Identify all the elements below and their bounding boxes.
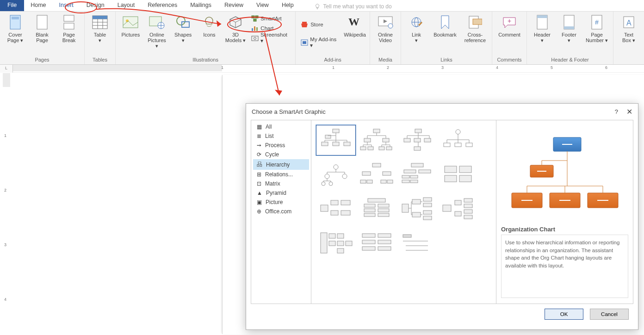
cross-reference-button[interactable]: Cross- reference bbox=[461, 13, 489, 43]
icons-button[interactable]: Icons bbox=[197, 13, 222, 37]
bookmark-button[interactable]: Bookmark bbox=[431, 13, 459, 37]
svg-marker-38 bbox=[441, 16, 449, 29]
layout-hierarchy-2[interactable] bbox=[357, 125, 396, 155]
chart-icon bbox=[251, 25, 259, 31]
my-addins-button[interactable]: My Add-ins ▾ bbox=[298, 37, 341, 47]
layout-hierarchy-8[interactable] bbox=[438, 159, 478, 190]
cancel-button[interactable]: Cancel bbox=[590, 309, 629, 320]
group-illustrations: Pictures Online Pictures ▾ Shapes ▾ Icon… bbox=[116, 12, 296, 64]
group-pages-label: Pages bbox=[35, 57, 49, 63]
ribbon: Cover Page ▾ Blank Page Page Break Pages… bbox=[0, 12, 644, 65]
cat-all[interactable]: ▦All bbox=[253, 122, 309, 131]
tab-layout[interactable]: Layout bbox=[111, 0, 142, 11]
layout-hierarchy-13[interactable] bbox=[316, 228, 356, 258]
svg-rect-23 bbox=[252, 28, 253, 31]
footer-button[interactable]: Footer ▾ bbox=[557, 13, 582, 43]
cat-hierarchy[interactable]: 品Hierarchy bbox=[253, 159, 309, 170]
tab-mailings[interactable]: Mailings bbox=[184, 0, 218, 11]
svg-rect-12 bbox=[123, 17, 138, 28]
comment-button[interactable]: + Comment bbox=[495, 13, 524, 37]
page-break-button[interactable]: Page Break bbox=[56, 13, 81, 43]
pictures-button[interactable]: Pictures bbox=[118, 13, 143, 37]
online-video-button[interactable]: Online Video bbox=[373, 13, 398, 43]
all-icon: ▦ bbox=[257, 124, 262, 130]
online-pictures-button[interactable]: Online Pictures ▾ bbox=[145, 13, 169, 49]
header-button[interactable]: Header ▾ bbox=[530, 13, 555, 43]
tab-references[interactable]: References bbox=[141, 0, 184, 11]
cat-relationship[interactable]: ⊞Relations... bbox=[253, 170, 309, 179]
ruler-corner[interactable]: L bbox=[0, 65, 13, 73]
svg-rect-97 bbox=[341, 200, 350, 205]
3d-models-button[interactable]: 3D Models ▾ bbox=[223, 13, 248, 43]
layout-hierarchy-15[interactable] bbox=[397, 228, 437, 258]
svg-rect-58 bbox=[360, 147, 366, 150]
table-button[interactable]: Table ▾ bbox=[87, 13, 112, 43]
tab-design[interactable]: Design bbox=[80, 0, 111, 11]
store-button[interactable]: Store bbox=[298, 19, 341, 29]
comment-icon: + bbox=[501, 14, 518, 31]
layout-hierarchy-10[interactable] bbox=[357, 193, 396, 224]
dialog-title: Choose a SmartArt Graphic bbox=[252, 108, 326, 115]
svg-rect-52 bbox=[322, 142, 328, 146]
tab-view[interactable]: View bbox=[250, 0, 275, 11]
tab-insert[interactable]: Insert bbox=[53, 0, 80, 11]
blank-page-icon bbox=[34, 14, 50, 31]
link-button[interactable]: Link ▾ bbox=[404, 13, 429, 43]
layout-hierarchy-7[interactable] bbox=[397, 159, 437, 190]
layout-hierarchy-6[interactable] bbox=[357, 159, 396, 190]
page-number-button[interactable]: # Page Number ▾ bbox=[583, 13, 610, 43]
group-pages: Cover Page ▾ Blank Page Page Break Pages bbox=[0, 12, 85, 64]
help-button[interactable]: ? bbox=[615, 108, 618, 115]
lightbulb-icon bbox=[314, 3, 321, 10]
layout-gallery bbox=[311, 120, 496, 304]
svg-rect-81 bbox=[381, 180, 386, 183]
layout-hierarchy-3[interactable] bbox=[397, 125, 437, 155]
preview-title: Organization Chart bbox=[501, 226, 628, 233]
svg-rect-22 bbox=[254, 19, 256, 21]
tab-review[interactable]: Review bbox=[218, 0, 250, 11]
cover-page-button[interactable]: Cover Page ▾ bbox=[3, 13, 28, 43]
header-icon bbox=[534, 14, 551, 31]
svg-rect-11 bbox=[93, 16, 107, 19]
svg-point-35 bbox=[388, 24, 393, 28]
layout-hierarchy-11[interactable] bbox=[397, 193, 437, 224]
layout-hierarchy-12[interactable] bbox=[438, 193, 478, 224]
cat-cycle[interactable]: ⟳Cycle bbox=[253, 150, 309, 159]
cat-office[interactable]: ⊕Office.com bbox=[253, 207, 309, 216]
smartart-button[interactable]: SmartArt bbox=[249, 13, 292, 23]
tab-home[interactable]: Home bbox=[24, 0, 52, 11]
cat-picture[interactable]: ▣Picture bbox=[253, 198, 309, 207]
svg-rect-85 bbox=[419, 170, 431, 173]
svg-rect-66 bbox=[414, 147, 421, 150]
vertical-ruler: 1 2 3 4 bbox=[0, 73, 13, 335]
layout-hierarchy-4[interactable] bbox=[438, 125, 478, 155]
svg-rect-84 bbox=[404, 170, 416, 173]
svg-rect-106 bbox=[402, 204, 409, 212]
ok-button[interactable]: OK bbox=[545, 309, 583, 320]
cat-pyramid[interactable]: ▲Pyramid bbox=[253, 188, 309, 198]
shapes-button[interactable]: Shapes ▾ bbox=[171, 13, 195, 43]
svg-rect-123 bbox=[337, 234, 344, 238]
tell-me-placeholder: Tell me what you want to do bbox=[323, 3, 392, 10]
cat-matrix[interactable]: ⊡Matrix bbox=[253, 179, 309, 188]
text-box-button[interactable]: A Text Box ▾ bbox=[616, 13, 641, 43]
svg-point-71 bbox=[334, 165, 338, 169]
svg-rect-89 bbox=[410, 180, 418, 183]
layout-hierarchy-9[interactable] bbox=[316, 193, 356, 224]
close-button[interactable]: ✕ bbox=[626, 107, 632, 116]
tab-file[interactable]: File bbox=[0, 0, 24, 11]
cat-list[interactable]: ≣List bbox=[253, 131, 309, 141]
svg-rect-130 bbox=[378, 240, 391, 244]
svg-rect-100 bbox=[364, 204, 375, 207]
tell-me-search[interactable]: Tell me what you want to do bbox=[314, 0, 392, 11]
tab-help[interactable]: Help bbox=[275, 0, 300, 11]
blank-page-button[interactable]: Blank Page bbox=[30, 13, 55, 43]
cat-process[interactable]: ➙Process bbox=[253, 141, 309, 150]
layout-org-chart[interactable] bbox=[316, 125, 356, 155]
bookmark-icon bbox=[437, 14, 453, 31]
layout-hierarchy-5[interactable] bbox=[316, 159, 356, 190]
wikipedia-button[interactable]: W Wikipedia bbox=[343, 13, 367, 37]
layout-hierarchy-14[interactable] bbox=[357, 228, 396, 258]
svg-marker-28 bbox=[301, 24, 308, 27]
screenshot-button[interactable]: Screenshot ▾ bbox=[249, 33, 292, 43]
